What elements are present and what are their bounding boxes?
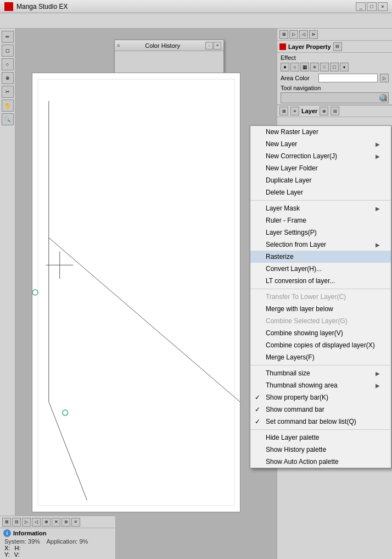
drawing-canvas [32,73,240,512]
close-button[interactable]: × [378,2,388,11]
menu-item-set-command-bar[interactable]: ✓Set command bar below list(Q) [250,416,391,428]
menu-item-new-raster-layer[interactable]: New Raster Layer [250,126,391,138]
h-label: H: [14,545,20,551]
menu-item-rasterize[interactable]: Rasterize [250,251,391,263]
menu-item-label: Layer Settings(P) [266,229,317,236]
layer-property-options[interactable]: ⊟ [333,42,342,51]
effect-btn-circle[interactable]: ○ [290,63,299,71]
menu-item-duplicate-layer[interactable]: Duplicate Layer [250,174,391,186]
bottom-btn-4[interactable]: ◁ [32,518,41,527]
color-history-title-bar: ≡ Color History - × [115,40,223,51]
menu-item-label: Ruler - Frame [266,217,306,224]
system-label: System: [4,538,26,545]
menu-item-new-correction-layer[interactable]: New Correction Layer(J)▶ [250,150,391,162]
menu-item-show-auto-action[interactable]: Show Auto Action palette [250,456,391,468]
layer-icon-3[interactable]: ⊕ [320,107,328,115]
tool-button-6[interactable]: ✋ [2,99,14,112]
effect-btn-dots[interactable]: ⁙ [320,63,329,71]
menu-item-thumbnail-showing[interactable]: Thumbnail showing area▶ [250,379,391,391]
bottom-btn-6[interactable]: ✕ [52,518,60,527]
bottom-btn-2[interactable]: ⊟ [12,518,21,527]
menu-item-merge-with-below[interactable]: Merge with layer below [250,303,391,315]
panel-minimize-button[interactable]: - [205,42,213,49]
system-value: 39% [28,538,40,545]
area-color-input[interactable] [318,74,378,82]
panel-icon-2[interactable]: ▷ [289,30,298,39]
menu-item-label: LT conversion of layer... [266,277,335,285]
menu-item-label: Show History palette [266,446,326,453]
bottom-btn-7[interactable]: ⊛ [61,518,70,527]
menu-item-layer-mask[interactable]: Layer Mask▶ [250,202,391,214]
menu-item-combine-copies[interactable]: Combine copies of displayed layer(X) [250,339,391,351]
bottom-btn-1[interactable]: ⊞ [2,518,11,527]
svg-line-3 [49,402,87,500]
layer-icon-2[interactable]: ≡ [290,107,299,115]
minimize-button[interactable]: _ [356,2,366,11]
menu-item-label: Thumbnail size [266,369,310,377]
checkmark-icon: ✓ [255,406,260,413]
tool-button-2[interactable]: ◻ [2,45,14,57]
menu-item-label: Thumbnail showing area [266,381,338,389]
menu-item-show-history-palette[interactable]: Show History palette [250,444,391,456]
menu-item-label: New Layer Folder [266,164,318,172]
menu-item-combine-showing[interactable]: Combine showing layer(V) [250,327,391,339]
bottom-btn-5[interactable]: ⊕ [42,518,51,527]
layer-property-title: Layer Property [288,43,331,50]
bottom-toolbar: ⊞ ⊟ ▷ ◁ ⊕ ✕ ⊛ ≡ [0,516,115,528]
area-color-label: Area Color [281,75,316,81]
menu-item-delete-layer[interactable]: Delete Layer [250,186,391,198]
layer-icon-4[interactable]: ⊟ [331,107,339,115]
menu-item-ruler-frame[interactable]: Ruler - Frame [250,214,391,226]
menu-item-convert-layer[interactable]: Convert Layer(H)... [250,263,391,275]
panel-icon-1[interactable]: ⊞ [279,30,288,39]
info-header: i Information [3,529,112,537]
menu-item-layer-settings[interactable]: Layer Settings(P) [250,226,391,239]
tool-button-7[interactable]: 🔍 [2,113,14,125]
tool-button-5[interactable]: ✂ [2,86,14,98]
maximize-button[interactable]: □ [367,2,377,11]
v-label: V: [14,551,20,558]
canvas-area: ≡ Color History - × [15,29,277,559]
menu-item-thumbnail-size[interactable]: Thumbnail size▶ [250,367,391,379]
menu-item-label: New Layer [266,140,297,148]
panel-icon-3[interactable]: ◁ [299,30,308,39]
effect-buttons: ● ○ ▦ ≡ ⁙ □ ▾ [277,62,392,73]
menu-item-hide-layer-palette[interactable]: Hide Layer palette [250,431,391,444]
panel-icon-4[interactable]: ⊳ [309,30,318,39]
app-value: 9% [79,538,88,545]
menu-item-show-property-bar[interactable]: ✓Show property bar(K) [250,391,391,403]
bottom-btn-8[interactable]: ≡ [71,518,80,527]
menu-item-show-command-bar[interactable]: ✓Show command bar [250,403,391,416]
effect-btn-grid[interactable]: ▦ [300,63,309,71]
tool-button-1[interactable]: ✏ [2,31,14,43]
title-bar: Manga Studio EX _ □ × [0,0,392,13]
menu-item-selection-from-layer[interactable]: Selection from Layer▶ [250,239,391,251]
effect-btn-square[interactable]: □ [330,63,339,71]
tool-button-4[interactable]: ⊕ [2,72,14,84]
menu-item-lt-conversion[interactable]: LT conversion of layer... [250,275,391,287]
tool-nav-input[interactable]: 🔍 [281,92,389,103]
menu-item-label: Set command bar below list(Q) [266,418,356,425]
tool-button-3[interactable]: ○ [2,58,14,70]
menu-item-label: Transfer To Lower Layer(C) [266,293,346,301]
bottom-btn-3[interactable]: ▷ [22,518,31,527]
menu-item-merge-layers[interactable]: Merge Layers(F) [250,351,391,363]
panel-close-button[interactable]: × [214,42,221,49]
layer-icon-1[interactable]: ⊞ [279,107,288,115]
effect-btn-dropdown[interactable]: ▾ [340,63,349,71]
menu-item-combine-selected: Combine Selected Layer(G) [250,315,391,327]
tool-nav-label: Tool navigation [281,85,389,91]
info-label: Information [13,530,47,536]
checkmark-icon: ✓ [255,394,260,401]
menu-item-label: Show command bar [266,406,324,413]
area-color-pick-button[interactable]: ▷ [380,74,389,82]
menu-item-new-layer[interactable]: New Layer▶ [250,138,391,150]
menu-item-label: Layer Mask [266,204,300,212]
menu-item-new-layer-folder[interactable]: New Layer Folder [250,162,391,174]
left-tool-panel: ✏ ◻ ○ ⊕ ✂ ✋ 🔍 [0,29,15,559]
effect-btn-dot[interactable]: ● [281,63,289,71]
panel-icons-row: ⊞ ▷ ◁ ⊳ [277,29,392,41]
effect-btn-lines[interactable]: ≡ [310,63,319,71]
tool-nav-row: Tool navigation 🔍 [277,84,392,104]
app-icon [4,2,13,11]
